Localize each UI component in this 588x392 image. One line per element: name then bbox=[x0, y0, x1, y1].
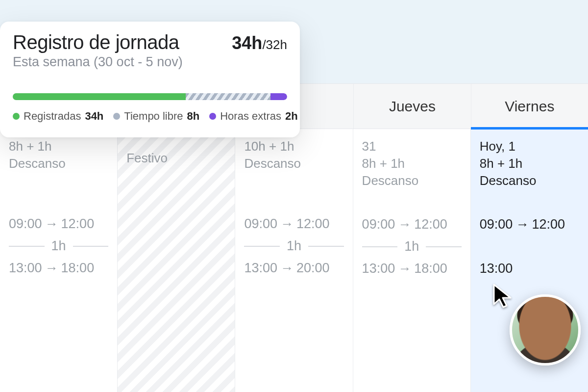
arrow-right-icon: → bbox=[395, 261, 414, 276]
day-summary: 8h + 1h bbox=[362, 155, 462, 172]
arrow-right-icon: → bbox=[42, 216, 61, 231]
time-slot: 09:00→12:00 bbox=[480, 217, 579, 232]
arrow-right-icon: → bbox=[395, 217, 414, 232]
progress-segment-free bbox=[186, 93, 271, 100]
break-line: 1h bbox=[244, 238, 343, 254]
card-title: Registro de jornada bbox=[13, 31, 179, 53]
progress-segment-overtime bbox=[270, 93, 287, 100]
time-slot: 09:00→12:00 bbox=[9, 216, 108, 232]
time-slot: 13:00→18:00 bbox=[362, 261, 462, 276]
calendar-body-row: 8h + 1h Descanso 09:00→12:00 1h 13:00→18… bbox=[0, 129, 588, 392]
header-cell: Viernes bbox=[471, 84, 588, 129]
dot-icon bbox=[209, 113, 216, 120]
card-subtitle: Esta semana (30 oct - 5 nov) bbox=[13, 54, 287, 70]
user-avatar[interactable] bbox=[510, 294, 581, 366]
day-column-thu[interactable]: 31 8h + 1h Descanso 09:00→12:00 1h 13:00… bbox=[353, 129, 471, 392]
break-line: 1h bbox=[362, 239, 462, 254]
arrow-right-icon: → bbox=[277, 216, 296, 231]
legend-item-overtime: Horas extras 2h bbox=[209, 110, 297, 123]
day-summary: Descanso bbox=[480, 172, 579, 189]
summary-card: Registro de jornada 34h/32h Esta semana … bbox=[0, 22, 300, 137]
legend-item-free: Tiempo libre 8h bbox=[113, 110, 199, 123]
day-summary: 8h + 1h bbox=[9, 138, 108, 155]
dot-icon bbox=[13, 113, 20, 120]
time-slot: 09:00→12:00 bbox=[362, 217, 462, 232]
time-slot: 09:00→12:00 bbox=[244, 216, 343, 232]
day-summary: Descanso bbox=[244, 155, 343, 172]
day-date: Hoy, 1 bbox=[480, 138, 579, 155]
day-summary: Descanso bbox=[9, 155, 108, 172]
day-summary: 8h + 1h bbox=[480, 155, 579, 172]
day-column-tue[interactable]: Festivo bbox=[118, 129, 235, 392]
legend-item-registered: Registradas 34h bbox=[13, 110, 103, 123]
progress-segment-registered bbox=[13, 93, 186, 100]
legend: Registradas 34h Tiempo libre 8h Horas ex… bbox=[13, 110, 287, 123]
break-line: 1h bbox=[9, 238, 108, 254]
header-cell: Jueves bbox=[354, 84, 471, 129]
hours-ratio: 34h/32h bbox=[232, 33, 287, 53]
day-summary: Descanso bbox=[362, 172, 462, 189]
today-indicator bbox=[471, 127, 588, 130]
day-column-mon[interactable]: 8h + 1h Descanso 09:00→12:00 1h 13:00→18… bbox=[0, 129, 118, 392]
day-summary: 10h + 1h bbox=[244, 138, 343, 155]
time-slot: 13:00→18:00 bbox=[9, 261, 108, 276]
cursor-icon bbox=[492, 284, 514, 311]
time-slot: 13:00→20:00 bbox=[244, 261, 343, 276]
progress-bar bbox=[13, 93, 287, 100]
time-slot: 13:00 bbox=[480, 261, 579, 276]
arrow-right-icon: → bbox=[277, 261, 296, 275]
dot-icon bbox=[113, 113, 120, 120]
day-date: 31 bbox=[362, 138, 462, 155]
arrow-right-icon: → bbox=[513, 217, 532, 232]
day-column-wed[interactable]: 10h + 1h Descanso 09:00→12:00 1h 13:00→2… bbox=[235, 129, 353, 392]
holiday-label: Festivo bbox=[126, 151, 226, 166]
arrow-right-icon: → bbox=[42, 261, 61, 275]
